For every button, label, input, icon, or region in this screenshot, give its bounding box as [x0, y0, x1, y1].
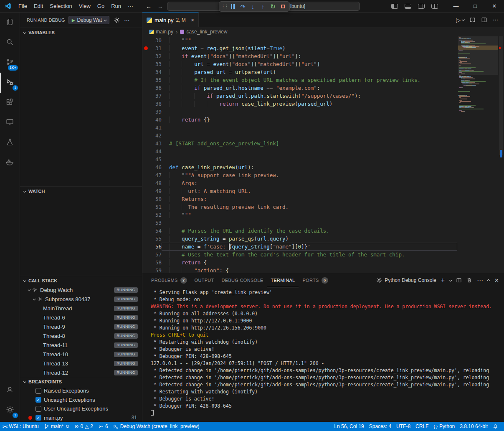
minimap[interactable] — [458, 37, 498, 112]
customize-layout-icon[interactable] — [431, 4, 438, 9]
gutter-glyph-margin[interactable] — [142, 251, 149, 259]
code-line[interactable]: 49 url: A matching URL. — [142, 187, 458, 195]
breakpoint-row[interactable]: ✓main.py31 — [20, 413, 142, 422]
split-terminal-icon[interactable] — [456, 277, 462, 283]
breakpoint-checkbox[interactable] — [35, 388, 41, 394]
breakpoint-checkbox[interactable] — [35, 406, 41, 412]
code-line[interactable]: 39 — [142, 108, 458, 116]
problems-status[interactable]: ⊗ 0 △ 2 — [72, 422, 96, 431]
call-stack-row[interactable]: Thread-9RUNNING — [20, 322, 142, 331]
code-line[interactable]: 33 url = event["docs"]["matchedUrl"]["ur… — [142, 60, 458, 68]
panel-tab-problems[interactable]: PROBLEMS2 — [147, 273, 191, 287]
activitybar-item-docker[interactable] — [0, 153, 20, 173]
toggle-panel-icon[interactable] — [405, 4, 411, 9]
watch-body[interactable] — [20, 196, 142, 276]
code-line[interactable]: 34 parsed_url = urlparse(url) — [142, 68, 458, 76]
sidebar-more-actions-icon[interactable]: ⋯ — [124, 17, 130, 23]
gutter-glyph-margin[interactable] — [142, 139, 149, 147]
scrollbar[interactable] — [498, 36, 504, 273]
gutter-glyph-margin[interactable] — [142, 132, 149, 139]
gutter-glyph-margin[interactable] — [142, 68, 149, 76]
call-stack-row[interactable]: Thread-13RUNNING — [20, 359, 142, 368]
breakpoint-icon[interactable] — [144, 46, 148, 50]
activitybar-item-explorer[interactable] — [0, 13, 20, 33]
notifications-bell-icon[interactable] — [490, 422, 501, 431]
code-line[interactable]: 52 """ — [142, 211, 458, 219]
gutter-glyph-margin[interactable] — [142, 266, 149, 273]
back-icon[interactable]: ← — [146, 3, 152, 10]
code-line[interactable]: 59 "action": { — [142, 266, 458, 273]
variables-body[interactable] — [20, 37, 142, 186]
forwarded-ports-status[interactable]: 6 — [96, 422, 111, 431]
gutter-glyph-margin[interactable] — [142, 163, 149, 171]
eol-status[interactable]: CRLF — [413, 422, 431, 431]
close-button[interactable]: ✕ — [485, 0, 504, 13]
kill-terminal-trash-icon[interactable] — [466, 277, 472, 283]
forward-icon[interactable]: → — [157, 3, 163, 10]
variables-section-header[interactable]: VARIABLES — [20, 28, 142, 37]
call-stack-section-header[interactable]: CALL STACK — [20, 276, 142, 285]
gutter-glyph-margin[interactable] — [142, 203, 149, 211]
activitybar-item-extensions[interactable] — [0, 93, 20, 113]
code-line[interactable]: 55 query_string = parse_qs(url.query) — [142, 235, 458, 243]
code-line[interactable]: 42 — [142, 132, 458, 139]
more-actions-icon[interactable]: ⋯ — [493, 17, 498, 23]
breakpoint-row[interactable]: User Uncaught Exceptions — [20, 404, 142, 413]
breakpoint-row[interactable]: ✓Uncaught Exceptions — [20, 396, 142, 405]
gutter-glyph-margin[interactable] — [142, 100, 149, 108]
toggle-secondary-sidebar-icon[interactable] — [418, 4, 425, 9]
gutter-glyph-margin[interactable] — [142, 227, 149, 235]
code-line[interactable]: 43# [START add_ons_case_preview_link] — [142, 139, 458, 147]
code-line[interactable]: 46def case_link_preview(url): — [142, 163, 458, 171]
code-line[interactable]: 40 return {} — [142, 116, 458, 124]
call-stack-row[interactable]: MainThreadRUNNING — [20, 304, 142, 313]
breakpoints-section-header[interactable]: BREAKPOINTS — [20, 377, 142, 386]
scrollbar-slider[interactable] — [499, 36, 503, 155]
gutter-glyph-margin[interactable] — [142, 52, 149, 60]
gutter-glyph-margin[interactable] — [142, 84, 149, 92]
code-line[interactable]: 35 # If the event object URL matches a s… — [142, 76, 458, 84]
call-stack-row[interactable]: Debug WatchRUNNING — [20, 285, 142, 294]
code-editor[interactable]: 30 """31 event = req.get_json(silent=Tru… — [142, 36, 504, 273]
code-line[interactable]: 47 """A support case link preview. — [142, 171, 458, 179]
menu-item-more[interactable]: ··· — [124, 2, 137, 11]
code-line[interactable]: 31 event = req.get_json(silent=True) — [142, 44, 458, 52]
start-debug-icon[interactable]: ▶ — [72, 18, 75, 23]
code-line[interactable]: 44 — [142, 147, 458, 155]
gutter-glyph-margin[interactable] — [142, 243, 149, 251]
gutter-glyph-margin[interactable] — [142, 219, 149, 227]
menu-item-run[interactable]: Run — [108, 2, 124, 11]
breadcrumb-file[interactable]: main.py — [149, 29, 173, 35]
gutter-glyph-margin[interactable] — [142, 44, 149, 52]
panel-tab-terminal[interactable]: TERMINAL — [267, 273, 299, 287]
maximize-button[interactable]: □ — [466, 0, 485, 13]
minimize-button[interactable]: — — [446, 0, 466, 13]
new-terminal-icon[interactable]: + — [441, 276, 445, 284]
activitybar-item-testing[interactable] — [0, 133, 20, 153]
terminal-output[interactable]: * Serving Flask app 'create_link_preview… — [142, 287, 504, 422]
gutter-glyph-margin[interactable] — [142, 124, 149, 132]
activitybar-item-remote-explorer[interactable] — [0, 113, 20, 133]
pause-icon[interactable] — [228, 2, 237, 11]
panel-tab-debug-console[interactable]: DEBUG CONSOLE — [218, 273, 267, 287]
activitybar-item-accounts[interactable] — [0, 380, 20, 400]
menu-item-go[interactable]: Go — [94, 2, 108, 11]
gutter-glyph-margin[interactable] — [142, 195, 149, 203]
gutter-glyph-margin[interactable] — [142, 235, 149, 243]
call-stack-row[interactable]: Subprocess 80437RUNNING — [20, 294, 142, 304]
launch-config-dropdown[interactable]: ▶ Debug Wat — [68, 16, 109, 24]
code-line[interactable]: 32 if event["docs"]["matchedUrl"]["url"]… — [142, 52, 458, 60]
watch-section-header[interactable]: WATCH — [20, 187, 142, 196]
code-line[interactable]: 53 — [142, 219, 458, 227]
code-line[interactable]: 36 if parsed_url.hostname == "example.co… — [142, 84, 458, 92]
call-stack-row[interactable]: Thread-12RUNNING — [20, 368, 142, 377]
panel-tab-output[interactable]: OUTPUT — [191, 273, 218, 287]
step-into-icon[interactable]: ↓ — [248, 2, 257, 11]
active-terminal-item[interactable]: Python Debug Console — [376, 277, 436, 283]
open-launch-json-gear-icon[interactable] — [114, 17, 120, 23]
gutter-glyph-margin[interactable] — [142, 92, 149, 100]
code-line[interactable]: 41 — [142, 124, 458, 132]
split-editor-icon[interactable] — [481, 17, 487, 23]
indentation-status[interactable]: Spaces: 4 — [367, 422, 394, 431]
maximize-panel-icon[interactable] — [488, 279, 490, 281]
